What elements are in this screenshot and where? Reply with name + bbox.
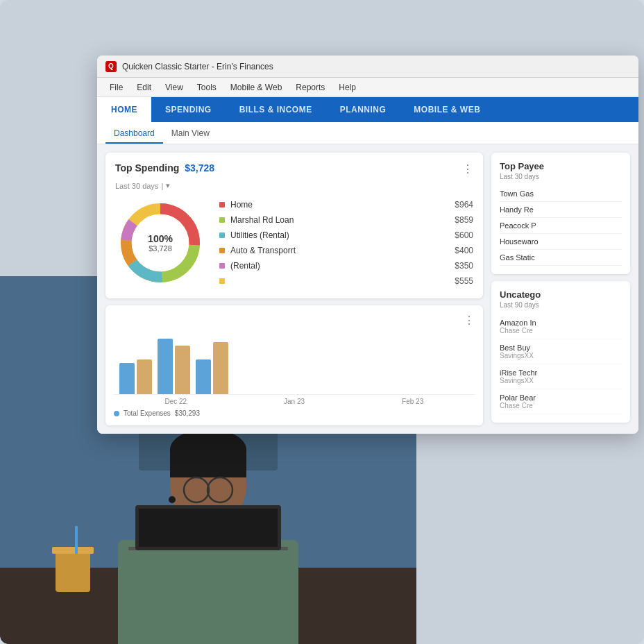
color-dot-auto	[219, 248, 225, 253]
spending-title: Top Spending	[115, 162, 179, 173]
bar-label-feb: Feb 23	[356, 398, 469, 405]
spending-options-button[interactable]: ⋮	[462, 162, 473, 176]
legend-dot-expenses	[114, 411, 119, 416]
item-label: Home	[230, 200, 253, 210]
legend-label: Total Expenses	[124, 409, 171, 417]
bar-group-feb	[196, 342, 228, 394]
app-icon: Q	[105, 61, 117, 72]
svg-point-18	[169, 496, 176, 503]
list-item: Auto & Transporrt $400	[219, 243, 473, 258]
nav-tab-home[interactable]: HOME	[97, 97, 151, 122]
svg-rect-8	[170, 450, 246, 477]
outer-container: Q Quicken Classic Starter - Erin's Finan…	[0, 0, 644, 644]
bar-blue-jan	[158, 339, 173, 394]
spending-subtitle: Last 30 days | ▾	[115, 181, 473, 190]
bar-chart-area	[114, 332, 475, 395]
menu-file[interactable]: File	[103, 80, 130, 95]
menu-help[interactable]: Help	[332, 80, 363, 95]
list-item: Peacock P	[500, 218, 622, 234]
bar-labels: Dec 22 Jan 23 Feb 23	[114, 398, 475, 405]
sub-tab-mainview[interactable]: Main View	[163, 124, 218, 144]
menu-tools[interactable]: Tools	[190, 80, 223, 95]
list-item: Home $964	[219, 197, 473, 212]
color-dot-home	[219, 202, 225, 207]
chart-legend: Total Expenses $30,293	[114, 409, 475, 417]
bar-blue-dec	[119, 363, 135, 394]
donut-amount: $3,728	[148, 244, 173, 253]
app-window: Q Quicken Classic Starter - Erin's Finan…	[97, 56, 638, 434]
uncateg-name: iRise Techr	[500, 368, 622, 377]
list-item: Town Gas	[500, 186, 622, 202]
nav-tab-planning[interactable]: PLANNING	[326, 97, 400, 122]
svg-rect-4	[118, 540, 298, 644]
content-area: Top Spending $3,728 ⋮ Last 30 days | ▾	[97, 144, 638, 434]
item-amount: $555	[455, 276, 473, 286]
spending-filter-dropdown[interactable]: ▾	[166, 181, 170, 190]
item-amount: $859	[455, 215, 473, 225]
donut-pct: 100%	[148, 233, 173, 244]
app-title: Quicken Classic Starter - Erin's Finance…	[122, 62, 273, 71]
uncategorized-card: Uncatego Last 90 days Amazon In Chase Cr…	[491, 281, 630, 423]
menu-edit[interactable]: Edit	[130, 80, 158, 95]
menu-view[interactable]: View	[158, 80, 190, 95]
left-panel: Top Spending $3,728 ⋮ Last 30 days | ▾	[105, 153, 483, 425]
list-item: Housewaro	[500, 234, 622, 250]
color-dot-utilities	[219, 232, 225, 238]
payee-name: Handy Re	[500, 205, 622, 214]
nav-tab-bills[interactable]: BILLS & INCOME	[226, 97, 326, 122]
item-label: Auto & Transporrt	[230, 246, 296, 255]
color-dot-loan	[219, 217, 225, 223]
bar-chart-options-button[interactable]: ⋮	[464, 314, 475, 327]
bar-chart-card: ⋮	[105, 305, 483, 425]
svg-rect-17	[75, 526, 78, 554]
bar-chart-header: ⋮	[114, 314, 475, 327]
nav-tab-mobile[interactable]: MOBILE & WEB	[400, 97, 494, 122]
item-amount: $350	[455, 261, 473, 271]
list-item: Gas Static	[500, 250, 622, 266]
list-item: Best Buy SavingsXX	[500, 339, 622, 364]
bar-blue-feb	[196, 359, 211, 394]
uncateg-name: Amazon In	[500, 319, 622, 327]
uncateg-subtitle: Last 90 days	[500, 301, 622, 309]
uncateg-title: Uncatego	[500, 289, 622, 300]
payee-name: Gas Static	[500, 253, 622, 262]
spending-list: Home $964 Marshal Rd Loan $859	[219, 197, 473, 289]
bar-group-jan	[158, 339, 190, 394]
top-payees-card: Top Payee Last 30 days Town Gas Handy Re…	[491, 153, 630, 274]
uncateg-name: Best Buy	[500, 344, 622, 352]
nav-tab-spending[interactable]: SPENDING	[151, 97, 226, 122]
list-item: Amazon In Chase Cre	[500, 314, 622, 339]
payees-subtitle: Last 30 days	[500, 173, 622, 180]
uncateg-sub: SavingsXX	[500, 352, 622, 359]
top-spending-card: Top Spending $3,728 ⋮ Last 30 days | ▾	[105, 153, 483, 298]
bar-group-dec	[119, 359, 152, 394]
uncateg-name: Polar Bear	[500, 393, 622, 402]
menu-reports[interactable]: Reports	[289, 80, 332, 95]
payee-name: Housewaro	[500, 237, 622, 246]
spending-amount: $3,728	[185, 162, 214, 173]
payees-title: Top Payee	[500, 161, 622, 171]
item-label: Marshal Rd Loan	[230, 215, 294, 225]
list-item: Utilities (Rental) $600	[219, 228, 473, 243]
payee-name: Peacock P	[500, 221, 622, 230]
bar-label-jan: Jan 23	[238, 398, 351, 405]
list-item: Polar Bear Chase Cre	[500, 389, 622, 414]
svg-rect-15	[56, 550, 90, 592]
uncateg-sub: Chase Cre	[500, 327, 622, 334]
sub-tab-dashboard[interactable]: Dashboard	[105, 124, 163, 144]
list-item: iRise Techr SavingsXX	[500, 364, 622, 389]
list-item: (Rental) $350	[219, 258, 473, 273]
card-header-spending: Top Spending $3,728 ⋮	[115, 162, 473, 176]
menu-mobile[interactable]: Mobile & Web	[223, 80, 289, 95]
right-panel: Top Payee Last 30 days Town Gas Handy Re…	[491, 153, 630, 425]
chart-row: 100% $3,728 Home $964	[115, 197, 473, 289]
uncateg-sub: SavingsXX	[500, 377, 622, 384]
payee-name: Town Gas	[500, 189, 622, 198]
svg-rect-16	[52, 547, 94, 554]
donut-chart: 100% $3,728	[115, 198, 205, 288]
item-amount: $964	[455, 200, 473, 210]
menu-bar: File Edit View Tools Mobile & Web Report…	[97, 78, 638, 97]
bar-tan-dec	[137, 359, 152, 394]
item-label: Utilities (Rental)	[230, 230, 289, 240]
bar-label-dec: Dec 22	[119, 398, 232, 405]
